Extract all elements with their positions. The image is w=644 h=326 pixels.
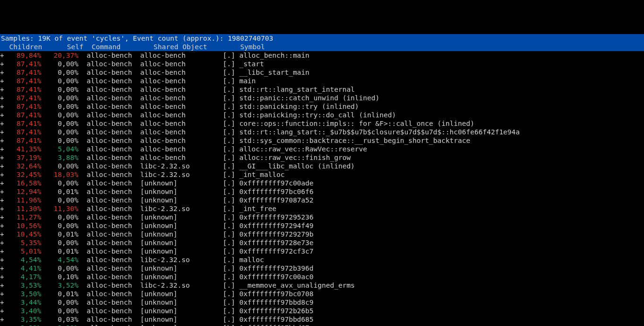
- table-row[interactable]: + 12,94% 0,01% alloc-bench [unknown] [.]…: [0, 187, 644, 196]
- expand-icon[interactable]: +: [0, 111, 4, 119]
- self-pct: 0,03%: [41, 316, 78, 323]
- expand-icon[interactable]: +: [0, 179, 4, 187]
- perf-rows[interactable]: + 89,84% 20,37% alloc-bench alloc-bench …: [0, 51, 644, 326]
- self-pct: 0,00%: [41, 299, 78, 306]
- expand-icon[interactable]: +: [0, 103, 4, 110]
- table-row[interactable]: + 89,84% 20,37% alloc-bench alloc-bench …: [0, 51, 644, 60]
- table-row[interactable]: + 87,41% 0,00% alloc-bench alloc-bench […: [0, 94, 644, 102]
- table-row[interactable]: + 87,41% 0,00% alloc-bench alloc-bench […: [0, 68, 644, 77]
- expand-icon[interactable]: +: [0, 77, 4, 85]
- table-row[interactable]: + 87,41% 0,00% alloc-bench alloc-bench […: [0, 60, 644, 68]
- table-row[interactable]: + 3,44% 0,00% alloc-bench [unknown] [.] …: [0, 298, 644, 307]
- symbol-marker: [.]: [223, 196, 235, 204]
- expand-icon[interactable]: +: [0, 282, 4, 289]
- shared-object: alloc-bench: [140, 94, 223, 102]
- table-row[interactable]: + 3,53% 3,52% alloc-bench libc-2.32.so […: [0, 281, 644, 290]
- expand-icon[interactable]: +: [0, 247, 4, 255]
- expand-icon[interactable]: +: [0, 128, 4, 136]
- expand-icon[interactable]: +: [0, 188, 4, 195]
- table-row[interactable]: + 4,17% 0,10% alloc-bench [unknown] [.] …: [0, 273, 644, 281]
- table-row[interactable]: + 11,27% 0,00% alloc-bench [unknown] [.]…: [0, 213, 644, 221]
- table-row[interactable]: + 87,41% 0,00% alloc-bench alloc-bench […: [0, 102, 644, 111]
- expand-icon[interactable]: +: [0, 86, 4, 93]
- expand-icon[interactable]: +: [0, 137, 4, 144]
- shared-object: [unknown]: [140, 290, 223, 298]
- expand-icon[interactable]: +: [0, 273, 4, 281]
- self-pct: 0,00%: [41, 137, 78, 144]
- symbol-name: core::ops::function::impls:: for &F>::ca…: [239, 120, 474, 127]
- expand-icon[interactable]: +: [0, 264, 4, 272]
- children-pct: 87,41%: [4, 137, 42, 144]
- expand-icon[interactable]: +: [0, 196, 4, 204]
- expand-icon[interactable]: +: [0, 324, 4, 326]
- table-row[interactable]: + 87,41% 0,00% alloc-bench alloc-bench […: [0, 111, 644, 119]
- command-name: alloc-bench: [86, 205, 140, 212]
- expand-icon[interactable]: +: [0, 69, 4, 76]
- perf-title: Samples: 19K of event 'cycles', Event co…: [1, 35, 273, 42]
- command-name: alloc-bench: [86, 213, 140, 221]
- self-pct: 0,00%: [41, 69, 78, 76]
- command-name: alloc-bench: [86, 94, 140, 102]
- table-row[interactable]: + 10,45% 0,01% alloc-bench [unknown] [.]…: [0, 230, 644, 238]
- expand-icon[interactable]: +: [0, 213, 4, 221]
- table-row[interactable]: + 87,41% 0,00% alloc-bench alloc-bench […: [0, 77, 644, 85]
- table-row[interactable]: + 3,50% 0,01% alloc-bench [unknown] [.] …: [0, 290, 644, 298]
- header-shared-object: Shared Object: [154, 43, 207, 51]
- expand-icon[interactable]: +: [0, 205, 4, 212]
- self-pct: 0,00%: [41, 60, 78, 68]
- shared-object: alloc-bench: [140, 128, 223, 136]
- symbol-marker: [.]: [223, 171, 235, 178]
- table-row[interactable]: + 5,01% 0,01% alloc-bench [unknown] [.] …: [0, 247, 644, 256]
- expand-icon[interactable]: +: [0, 120, 4, 127]
- command-name: alloc-bench: [86, 316, 140, 323]
- expand-icon[interactable]: +: [0, 222, 4, 229]
- children-pct: 11,30%: [4, 205, 42, 212]
- table-row[interactable]: + 10,56% 0,00% alloc-bench [unknown] [.]…: [0, 221, 644, 230]
- expand-icon[interactable]: +: [0, 145, 4, 153]
- table-row[interactable]: + 87,41% 0,00% alloc-bench alloc-bench […: [0, 119, 644, 128]
- table-row[interactable]: + 3,35% 0,03% alloc-bench [unknown] [.] …: [0, 315, 644, 324]
- table-row[interactable]: + 87,41% 0,00% alloc-bench alloc-bench […: [0, 136, 644, 145]
- expand-icon[interactable]: +: [0, 230, 4, 238]
- self-pct: 0,10%: [41, 273, 78, 281]
- table-row[interactable]: + 87,41% 0,00% alloc-bench alloc-bench […: [0, 128, 644, 136]
- expand-icon[interactable]: +: [0, 256, 4, 264]
- children-pct: 11,96%: [4, 196, 42, 204]
- expand-icon[interactable]: +: [0, 299, 4, 306]
- table-row[interactable]: + 5,35% 0,00% alloc-bench [unknown] [.] …: [0, 238, 644, 247]
- shared-object: [unknown]: [140, 264, 223, 272]
- table-row[interactable]: + 11,96% 0,00% alloc-bench [unknown] [.]…: [0, 196, 644, 204]
- children-pct: 87,41%: [4, 128, 42, 136]
- table-row[interactable]: + 4,54% 4,54% alloc-bench libc-2.32.so […: [0, 256, 644, 264]
- expand-icon[interactable]: +: [0, 94, 4, 102]
- command-name: alloc-bench: [86, 86, 140, 93]
- table-row[interactable]: + 32,64% 0,00% alloc-bench libc-2.32.so …: [0, 162, 644, 170]
- table-row[interactable]: + 3,33% 3,32% alloc-bench [unknown] [k] …: [0, 324, 644, 326]
- symbol-name: std::panic::catch_unwind (inlined): [239, 94, 379, 102]
- command-name: alloc-bench: [86, 196, 140, 204]
- expand-icon[interactable]: +: [0, 52, 4, 59]
- header-command: Command: [92, 43, 120, 51]
- table-row[interactable]: + 3,40% 0,00% alloc-bench [unknown] [.] …: [0, 307, 644, 315]
- expand-icon[interactable]: +: [0, 60, 4, 68]
- expand-icon[interactable]: +: [0, 316, 4, 323]
- table-row[interactable]: + 4,41% 0,00% alloc-bench [unknown] [.] …: [0, 264, 644, 273]
- table-row[interactable]: + 37,19% 3,88% alloc-bench alloc-bench […: [0, 153, 644, 162]
- symbol-name: __libc_start_main: [239, 69, 309, 76]
- table-row[interactable]: + 32,45% 18,03% alloc-bench libc-2.32.so…: [0, 170, 644, 179]
- children-pct: 87,41%: [4, 77, 42, 85]
- expand-icon[interactable]: +: [0, 239, 4, 247]
- expand-icon[interactable]: +: [0, 154, 4, 161]
- table-row[interactable]: + 41,35% 5,04% alloc-bench alloc-bench […: [0, 145, 644, 153]
- table-row[interactable]: + 11,30% 11,30% alloc-bench libc-2.32.so…: [0, 204, 644, 213]
- command-name: alloc-bench: [86, 222, 140, 229]
- table-row[interactable]: + 87,41% 0,00% alloc-bench alloc-bench […: [0, 85, 644, 94]
- expand-icon[interactable]: +: [0, 307, 4, 315]
- expand-icon[interactable]: +: [0, 171, 4, 178]
- expand-icon[interactable]: +: [0, 290, 4, 298]
- table-row[interactable]: + 16,58% 0,00% alloc-bench [unknown] [.]…: [0, 179, 644, 187]
- command-name: alloc-bench: [86, 69, 140, 76]
- self-pct: 0,00%: [41, 196, 78, 204]
- expand-icon[interactable]: +: [0, 162, 4, 170]
- symbol-name: 0xffffffff972b396d: [239, 264, 313, 272]
